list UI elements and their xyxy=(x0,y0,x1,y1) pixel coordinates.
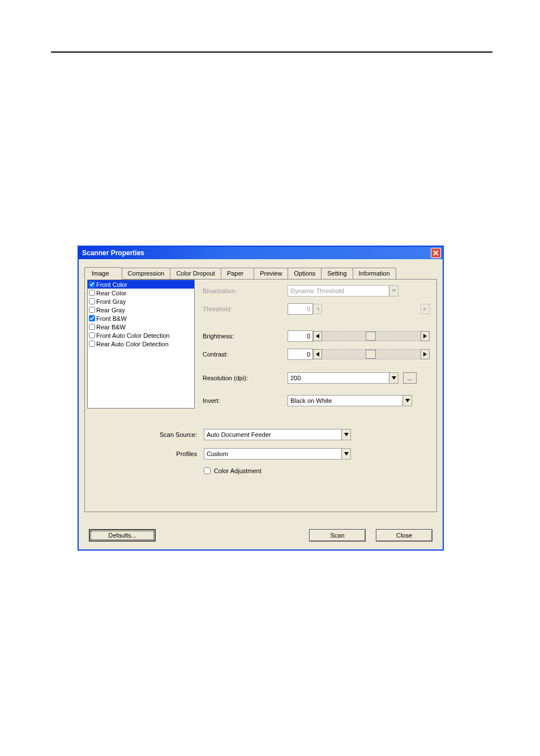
contrast-value: 0 xyxy=(307,351,310,358)
list-item-front-color[interactable]: Front Color xyxy=(88,280,194,289)
chevron-down-icon[interactable] xyxy=(389,373,398,383)
threshold-value-box: 0 xyxy=(288,303,313,315)
contrast-left-arrow-icon[interactable] xyxy=(313,349,322,359)
invert-select[interactable]: Black on White xyxy=(288,395,412,406)
tab-strip: Image Compression Color Dropout Paper Pr… xyxy=(84,267,437,279)
tab-options[interactable]: Options xyxy=(288,268,322,279)
scan-button-label: Scan xyxy=(330,532,344,539)
scan-source-label: Scan Source: xyxy=(91,431,204,438)
scan-source-value: Auto Document Feeder xyxy=(207,431,271,438)
tab-compression[interactable]: Compression xyxy=(122,268,171,279)
front-gray-label: Front Gray xyxy=(96,298,126,305)
tab-image-label: Image xyxy=(92,270,109,277)
defaults-button[interactable]: Defaults... xyxy=(89,529,156,542)
color-adjustment-checkbox[interactable] xyxy=(204,467,211,474)
close-button[interactable]: Close xyxy=(376,529,432,542)
front-bw-checkbox[interactable] xyxy=(89,315,95,321)
list-item-rear-auto[interactable]: Rear Auto Color Detection xyxy=(88,340,194,348)
chevron-down-icon[interactable] xyxy=(402,396,412,406)
threshold-value: 0 xyxy=(307,306,310,312)
chevron-down-icon xyxy=(389,286,398,296)
front-color-label: Front Color xyxy=(96,281,127,288)
tab-setting[interactable]: Setting xyxy=(321,268,353,279)
resolution-select[interactable]: 200 xyxy=(288,372,398,384)
front-bw-label: Front B&W xyxy=(96,315,127,322)
rear-bw-label: Rear B&W xyxy=(96,324,126,330)
list-item-rear-bw[interactable]: Rear B&W xyxy=(88,323,194,331)
page-rule xyxy=(51,51,492,53)
threshold-slider-track xyxy=(322,304,421,314)
brightness-right-arrow-icon[interactable] xyxy=(421,331,430,341)
tab-preview[interactable]: Preview xyxy=(254,268,288,279)
brightness-value-box[interactable]: 0 xyxy=(288,330,313,342)
threshold-right-arrow-icon xyxy=(421,304,430,314)
tab-information[interactable]: Information xyxy=(353,268,396,279)
front-auto-checkbox[interactable] xyxy=(89,332,95,338)
profiles-value: Custom xyxy=(207,450,228,457)
tab-colordropout[interactable]: Color Dropout xyxy=(170,268,221,279)
list-item-rear-gray[interactable]: Rear Gray xyxy=(88,306,194,314)
color-adjustment-checkbox-row[interactable]: Color Adjustment xyxy=(204,467,262,474)
rear-auto-checkbox[interactable] xyxy=(89,341,95,347)
binarization-value: Dynamic Threshold xyxy=(290,287,344,294)
close-icon[interactable] xyxy=(431,248,441,258)
list-item-rear-color[interactable]: Rear Color xyxy=(88,289,194,297)
list-item-front-bw[interactable]: Front B&W xyxy=(88,314,194,323)
binarization-label: Binarization: xyxy=(203,287,288,294)
tab-colordropout-label: Color Dropout xyxy=(176,270,215,277)
rear-color-checkbox[interactable] xyxy=(89,290,95,296)
tab-image[interactable]: Image xyxy=(84,267,122,280)
scan-source-select[interactable]: Auto Document Feeder xyxy=(204,429,351,440)
resolution-more-button[interactable]: ... xyxy=(403,372,417,384)
threshold-label: Threshold: xyxy=(203,306,288,312)
front-color-checkbox[interactable] xyxy=(89,281,95,287)
front-auto-label: Front Auto Color Detection xyxy=(96,332,170,339)
image-type-list[interactable]: Front Color Rear Color Front Gray R xyxy=(87,280,195,409)
list-item-front-gray[interactable]: Front Gray xyxy=(88,297,194,306)
titlebar: Scanner Properties xyxy=(79,247,443,259)
chevron-down-icon[interactable] xyxy=(341,429,350,440)
profiles-label: Profiles xyxy=(91,450,204,457)
brightness-thumb[interactable] xyxy=(366,332,376,341)
tab-preview-label: Preview xyxy=(260,270,282,277)
contrast-slider[interactable] xyxy=(313,349,430,359)
chevron-down-icon[interactable] xyxy=(341,449,350,459)
invert-value: Black on White xyxy=(290,397,332,404)
brightness-value: 0 xyxy=(307,333,310,340)
brightness-track[interactable] xyxy=(322,331,421,341)
tab-paper[interactable]: Paper xyxy=(221,268,254,279)
tab-paper-label: Paper xyxy=(227,270,243,277)
tab-setting-label: Setting xyxy=(327,270,346,277)
rear-gray-label: Rear Gray xyxy=(96,307,125,313)
contrast-right-arrow-icon[interactable] xyxy=(421,349,430,359)
scanner-properties-dialog: Scanner Properties Image Compression Col… xyxy=(78,246,444,551)
tab-options-label: Options xyxy=(294,270,315,277)
tab-information-label: Information xyxy=(359,270,390,277)
more-label: ... xyxy=(407,375,412,381)
tab-compression-label: Compression xyxy=(128,270,165,277)
image-tab-panel: Front Color Rear Color Front Gray R xyxy=(84,279,437,512)
resolution-value: 200 xyxy=(290,375,301,381)
brightness-left-arrow-icon[interactable] xyxy=(313,331,322,341)
rear-bw-checkbox[interactable] xyxy=(89,324,95,330)
rear-gray-checkbox[interactable] xyxy=(89,307,95,313)
front-gray-checkbox[interactable] xyxy=(89,298,95,304)
brightness-slider[interactable] xyxy=(313,331,430,341)
rear-auto-label: Rear Auto Color Detection xyxy=(96,341,169,347)
window-title: Scanner Properties xyxy=(82,249,144,257)
color-adjustment-label: Color Adjustment xyxy=(214,467,262,474)
contrast-label: Contrast: xyxy=(203,351,288,358)
scan-button[interactable]: Scan xyxy=(309,529,366,542)
rear-color-label: Rear Color xyxy=(96,290,126,297)
invert-label: Invert: xyxy=(203,397,288,404)
contrast-value-box[interactable]: 0 xyxy=(288,349,313,360)
binarization-select: Dynamic Threshold xyxy=(288,285,398,297)
resolution-label: Resolution (dpi): xyxy=(203,375,288,381)
close-button-label: Close xyxy=(396,532,412,539)
list-item-front-auto[interactable]: Front Auto Color Detection xyxy=(88,331,194,340)
brightness-label: Brightness: xyxy=(203,333,288,340)
defaults-button-label: Defaults... xyxy=(108,532,136,539)
contrast-track[interactable] xyxy=(322,349,421,359)
profiles-select[interactable]: Custom xyxy=(204,448,351,459)
contrast-thumb[interactable] xyxy=(366,350,376,359)
